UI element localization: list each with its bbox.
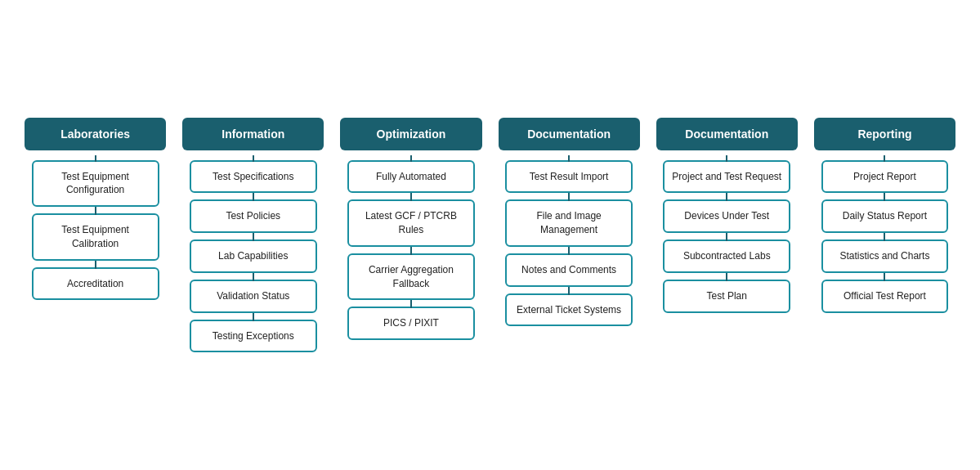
list-item: PICS / PIXIT bbox=[347, 307, 475, 340]
list-item: Project and Test Request bbox=[663, 160, 790, 194]
list-item: Test Policies bbox=[190, 199, 317, 233]
list-item: Validation Status bbox=[190, 280, 317, 313]
list-item: Statistics and Charts bbox=[821, 239, 949, 273]
list-item: Test Result Import bbox=[505, 160, 633, 194]
column-reporting: ReportingProject ReportDaily Status Repo… bbox=[814, 118, 955, 313]
header-reporting: Reporting bbox=[814, 118, 955, 150]
list-item: Test Plan bbox=[663, 280, 790, 313]
items-list-documentation2: Project and Test RequestDevices Under Te… bbox=[656, 160, 798, 313]
items-list-optimization: Fully AutomatedLatest GCF / PTCRB RulesC… bbox=[340, 160, 481, 341]
list-item: Daily Status Report bbox=[821, 199, 949, 233]
list-item: Carrier Aggregation Fallback bbox=[347, 253, 475, 301]
list-item: Test Equipment Configuration bbox=[32, 160, 159, 208]
list-item: Accreditation bbox=[32, 267, 159, 301]
column-optimization: OptimizationFully AutomatedLatest GCF / … bbox=[340, 118, 481, 341]
list-item: Test Specifications bbox=[190, 160, 317, 194]
header-information: Information bbox=[182, 118, 324, 150]
list-item: External Ticket Systems bbox=[505, 293, 633, 327]
list-item: Fully Automated bbox=[347, 160, 475, 194]
items-list-laboratories: Test Equipment ConfigurationTest Equipme… bbox=[25, 160, 166, 301]
list-item: Notes and Comments bbox=[505, 253, 633, 287]
column-laboratories: LaboratoriesTest Equipment Configuration… bbox=[25, 118, 166, 301]
list-item: Test Equipment Calibration bbox=[32, 213, 159, 261]
items-list-information: Test SpecificationsTest PoliciesLab Capa… bbox=[182, 160, 324, 353]
list-item: Testing Exceptions bbox=[190, 320, 317, 353]
column-information: InformationTest SpecificationsTest Polic… bbox=[182, 118, 324, 353]
list-item: Latest GCF / PTCRB Rules bbox=[347, 199, 475, 247]
list-item: File and Image Management bbox=[505, 199, 633, 247]
list-item: Project Report bbox=[821, 160, 949, 194]
items-list-documentation1: Test Result ImportFile and Image Managem… bbox=[499, 160, 640, 327]
diagram: LaboratoriesTest Equipment Configuration… bbox=[0, 101, 980, 369]
items-list-reporting: Project ReportDaily Status ReportStatist… bbox=[814, 160, 955, 313]
list-item: Lab Capabilities bbox=[190, 239, 317, 273]
list-item: Devices Under Test bbox=[663, 199, 790, 233]
header-documentation1: Documentation bbox=[499, 118, 640, 150]
column-documentation2: DocumentationProject and Test RequestDev… bbox=[656, 118, 798, 313]
header-optimization: Optimization bbox=[340, 118, 481, 150]
header-documentation2: Documentation bbox=[656, 118, 798, 150]
list-item: Subcontracted Labs bbox=[663, 239, 790, 273]
header-laboratories: Laboratories bbox=[25, 118, 166, 150]
list-item: Official Test Report bbox=[821, 280, 949, 313]
column-documentation1: DocumentationTest Result ImportFile and … bbox=[499, 118, 640, 327]
